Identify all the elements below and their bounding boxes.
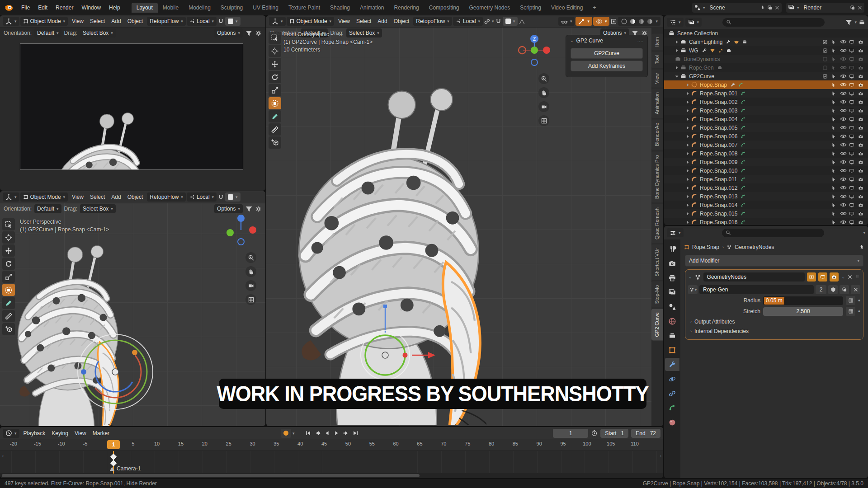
gp2curve-button[interactable]: GP2Curve — [571, 48, 643, 59]
hide-viewport-eye-icon[interactable] — [840, 150, 848, 157]
selectable-toggle-icon[interactable] — [831, 151, 839, 156]
add-modifier-button[interactable]: Add Modifier▾ — [685, 255, 863, 267]
stopwatch-icon[interactable] — [591, 430, 598, 436]
disable-viewport-monitor-icon[interactable] — [849, 48, 857, 53]
expand-caret-icon[interactable] — [685, 142, 690, 148]
select-box-tool[interactable] — [2, 218, 15, 230]
mode-selector[interactable]: Object Mode▾ — [287, 17, 335, 26]
disable-render-camera-icon[interactable] — [858, 194, 866, 199]
hide-viewport-eye-icon[interactable] — [840, 167, 848, 174]
outliner-row[interactable]: Rope.Snap.002 — [664, 98, 868, 106]
disable-render-camera-icon[interactable] — [858, 99, 866, 105]
tab-tool[interactable] — [665, 242, 679, 255]
timeline-ruler[interactable]: -20-15-10-551015202530354045505560657075… — [0, 439, 663, 451]
outliner-row[interactable]: Rope.Snap.008 — [664, 149, 868, 158]
sidebar-tab[interactable]: Stop-Mo — [651, 282, 663, 308]
collection-checkbox-checked-icon[interactable] — [822, 39, 828, 45]
tab-constraints[interactable] — [665, 387, 679, 400]
outliner-row[interactable]: Scene Collection — [664, 29, 868, 38]
timeline-marker[interactable]: Camera-1 — [110, 465, 141, 472]
playhead-frame-badge[interactable]: 1 — [107, 440, 120, 449]
fake-user-shield-icon[interactable] — [828, 285, 838, 294]
shading-mode-button[interactable]: ▾ — [225, 192, 241, 202]
keyframe-diamond[interactable] — [110, 454, 117, 460]
transform-orientation[interactable]: Local▾ — [187, 17, 217, 26]
expand-caret-icon[interactable] — [685, 91, 690, 96]
menubar-item[interactable]: File — [17, 3, 34, 12]
hide-viewport-eye-icon[interactable] — [840, 64, 848, 71]
options-dropdown[interactable]: Options▾ — [214, 28, 243, 38]
collection-checkbox-unchecked-icon[interactable] — [822, 56, 828, 62]
disable-render-camera-icon[interactable] — [858, 56, 866, 62]
input-attribute-toggle-icon[interactable] — [846, 296, 855, 305]
disable-render-camera-icon[interactable] — [858, 168, 866, 174]
outliner-item-name[interactable]: WG — [689, 47, 698, 54]
breadcrumb-modifier[interactable]: GeometryNodes — [735, 244, 774, 250]
outliner-row[interactable]: Rope.Snap.007 — [664, 141, 868, 149]
selectable-toggle-icon[interactable] — [831, 91, 839, 96]
outliner-item-name[interactable]: Rope.Snap.003 — [700, 108, 737, 114]
selectable-toggle-icon[interactable] — [831, 39, 839, 45]
tab-object-data[interactable] — [665, 401, 679, 414]
gear-icon[interactable] — [255, 30, 262, 37]
realtime-toggle[interactable] — [818, 272, 827, 282]
add-cube-tool[interactable] — [269, 136, 281, 149]
rendered-shading-icon[interactable] — [646, 18, 653, 25]
menubar-item[interactable]: Edit — [34, 3, 52, 12]
disable-viewport-monitor-icon[interactable] — [849, 177, 857, 182]
disable-viewport-monitor-icon[interactable] — [849, 65, 857, 70]
modifier-collapse-icon[interactable]: ⌄ — [689, 275, 692, 279]
hide-viewport-eye-icon[interactable] — [840, 210, 848, 217]
selectable-toggle-icon[interactable] — [831, 125, 839, 131]
annotate-tool[interactable] — [269, 110, 281, 122]
outliner-row[interactable]: Cam+Lighting — [664, 38, 868, 46]
disable-render-camera-icon[interactable] — [858, 134, 866, 139]
outliner-row[interactable]: Rope.Snap.011 — [664, 175, 868, 183]
selectable-toggle-icon[interactable] — [831, 134, 839, 139]
users-count[interactable]: 2 — [816, 285, 826, 294]
outliner-item-name[interactable]: Rope.Snap.014 — [700, 202, 737, 208]
selectable-toggle-icon[interactable] — [831, 56, 839, 62]
viewport-menu-item[interactable]: Object — [124, 17, 146, 26]
properties-search-input[interactable] — [722, 229, 824, 237]
outliner-row[interactable]: Rope.Snap.012 — [664, 183, 868, 192]
transform-tool[interactable] — [269, 97, 281, 109]
hide-viewport-eye-icon[interactable] — [840, 116, 848, 122]
transform-gizmo[interactable] — [343, 305, 470, 381]
solid-shading-icon[interactable] — [629, 18, 636, 25]
tab-view-layer[interactable] — [665, 286, 679, 299]
selectable-toggle-icon[interactable] — [831, 160, 839, 165]
outliner-item-name[interactable]: Rope.Snap.012 — [700, 185, 737, 191]
expand-caret-icon[interactable] — [685, 134, 690, 139]
disable-render-camera-icon[interactable] — [858, 202, 866, 208]
modifier-extras-dropdown[interactable]: ⌄ — [841, 275, 845, 279]
selectable-toggle-icon[interactable] — [831, 48, 839, 53]
disable-viewport-monitor-icon[interactable] — [849, 160, 857, 165]
hide-viewport-eye-icon[interactable] — [840, 47, 848, 54]
viewport-menu-item[interactable]: Add — [108, 192, 124, 202]
selectable-toggle-icon[interactable] — [831, 211, 839, 216]
expand-caret-icon[interactable] — [674, 39, 679, 45]
hide-viewport-eye-icon[interactable] — [840, 124, 848, 131]
overlays-toggle[interactable]: ▾ — [593, 17, 610, 26]
selectable-toggle-icon[interactable] — [831, 202, 839, 208]
outliner-search-input[interactable] — [722, 18, 825, 27]
viewport-menu-item[interactable]: View — [69, 17, 87, 26]
timeline-menu-item[interactable]: Playback — [20, 429, 49, 438]
output-attributes-section[interactable]: ›Output Attributes — [688, 317, 860, 326]
outliner-item-name[interactable]: Rope.Snap.004 — [700, 116, 737, 122]
grid-ortho-icon[interactable] — [245, 294, 256, 305]
outliner-row[interactable]: Rope.Snap.015 — [664, 209, 868, 218]
outliner-row[interactable]: Rope.Gen — [664, 63, 868, 72]
outliner-item-name[interactable]: Rope.Snap.010 — [700, 168, 737, 174]
scale-tool[interactable] — [269, 84, 281, 96]
disable-viewport-monitor-icon[interactable] — [849, 117, 857, 122]
expand-caret-icon[interactable] — [674, 65, 679, 70]
region-collapse-icon[interactable]: ‹ — [660, 454, 661, 458]
filter-icon[interactable] — [245, 206, 252, 212]
viewport-menu-item[interactable]: View — [69, 192, 87, 202]
collapse-caret-icon[interactable] — [674, 74, 679, 79]
tab-physics[interactable] — [665, 372, 679, 385]
disable-viewport-monitor-icon[interactable] — [849, 91, 857, 96]
disable-viewport-monitor-icon[interactable] — [849, 185, 857, 191]
